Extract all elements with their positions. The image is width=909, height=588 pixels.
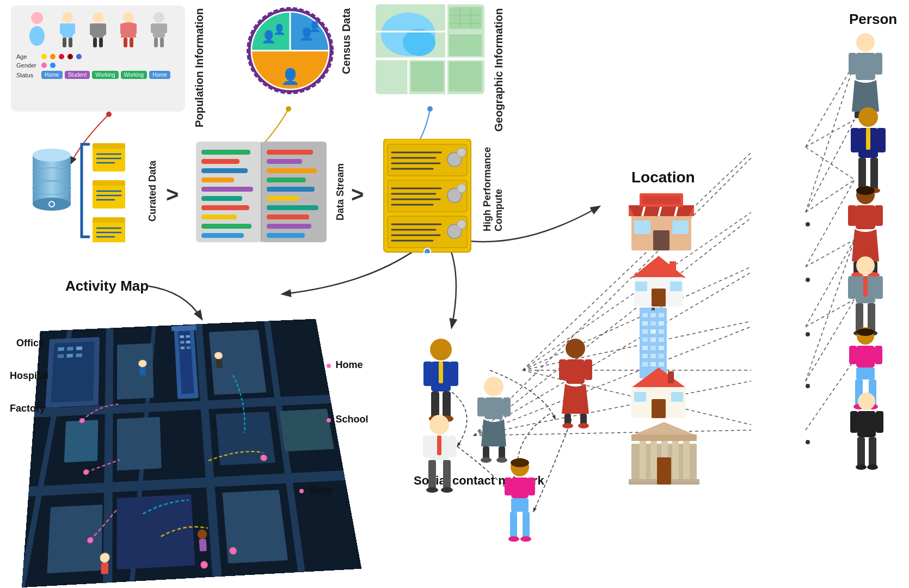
svg-rect-273 [642,354,648,358]
svg-rect-272 [659,346,664,350]
svg-rect-52 [151,23,155,33]
age-dot-5 [76,54,82,59]
svg-rect-111 [201,215,237,219]
svg-rect-270 [642,346,648,350]
svg-rect-263 [659,321,664,326]
svg-rect-93 [93,186,125,209]
svg-point-138 [457,184,466,193]
svg-rect-42 [102,23,106,35]
svg-point-131 [457,148,466,157]
gender-dot-f [41,63,47,68]
svg-rect-115 [267,159,302,164]
svg-rect-342 [876,411,883,433]
svg-rect-205 [484,397,503,419]
svg-point-145 [457,220,466,229]
svg-rect-297 [856,53,875,80]
building-store-svg [629,193,694,253]
hpc-servers-area [381,139,474,255]
svg-rect-259 [650,313,656,317]
svg-rect-74 [411,62,444,91]
svg-point-238 [520,536,531,542]
figure-baby [24,11,50,49]
loc-dot-1 [806,222,810,226]
svg-rect-41 [90,23,94,35]
activity-map-container [33,305,337,577]
svg-line-7 [474,218,751,436]
svg-point-230 [511,458,529,467]
figure-elderly [146,11,172,49]
svg-rect-299 [875,53,882,75]
age-dot-1 [41,54,47,59]
svg-line-150 [108,328,110,583]
svg-point-27 [427,106,433,112]
svg-marker-250 [631,256,686,278]
svg-rect-258 [642,313,648,317]
census-data-label: Census Data [340,8,353,74]
svg-rect-274 [650,354,656,358]
gender-dot-m [50,63,56,68]
svg-rect-199 [439,362,443,383]
age-dot-2 [50,54,56,59]
social-person-b [474,376,514,465]
svg-rect-232 [505,477,512,495]
loc-dot-5 [806,440,810,444]
svg-rect-334 [856,367,875,379]
svg-point-228 [441,487,453,493]
svg-rect-48 [124,38,127,47]
svg-line-9 [474,327,751,436]
gender-label: Gender [16,62,38,69]
status-legend: Status Home Student Working Working Home [16,71,180,79]
svg-rect-197 [423,362,432,386]
figure-child [54,11,81,49]
svg-rect-315 [875,205,883,226]
building-govt-svg [629,419,699,485]
status-badges: Home Student Working Working Home [41,71,170,79]
badge-working-2: Working [121,71,148,79]
svg-point-204 [484,377,503,396]
svg-rect-108 [201,187,253,192]
map-svg [376,4,484,94]
person-right-6 [846,392,887,481]
svg-point-33 [62,12,73,23]
svg-rect-271 [650,346,656,350]
db-svg [30,144,73,215]
svg-rect-121 [267,215,309,219]
person-b-svg [474,376,514,463]
svg-point-330 [857,328,874,336]
person-e-svg [501,457,539,544]
svg-rect-261 [642,321,648,326]
label-shop-container: Shop [299,485,333,496]
svg-point-339 [858,393,875,410]
svg-point-25 [106,112,112,117]
svg-rect-249 [672,220,689,234]
census-data-area: 👤 👤 👤 👤 👤 [244,3,336,97]
person-c-svg [555,338,596,430]
curated-data-label: Curated Data [147,161,158,222]
svg-rect-262 [650,321,656,326]
svg-point-39 [93,12,103,23]
svg-rect-224 [437,436,441,455]
activity-map-svg [22,319,361,587]
svg-rect-292 [631,434,697,441]
svg-point-320 [856,256,875,275]
svg-rect-36 [71,23,75,34]
svg-rect-235 [510,512,517,539]
svg-rect-37 [63,38,66,47]
data-stream-svg [196,142,327,242]
label-home-container: Home [327,359,363,371]
geographic-map [376,4,484,94]
curated-data-area [79,139,139,244]
svg-rect-283 [634,392,646,402]
pr6-svg [846,392,887,479]
label-shop: Shop [308,485,333,495]
main-container: Age Gender Status Home Student Working W… [0,0,909,588]
curated-bracket [79,139,139,242]
svg-rect-257 [652,308,655,310]
population-figures [16,11,180,49]
loc-dot-4 [806,384,810,388]
label-school: School [335,414,368,425]
svg-rect-231 [511,477,529,498]
svg-point-227 [426,487,438,493]
svg-rect-172 [117,343,154,399]
activity-map-title: Activity Map [65,278,149,295]
